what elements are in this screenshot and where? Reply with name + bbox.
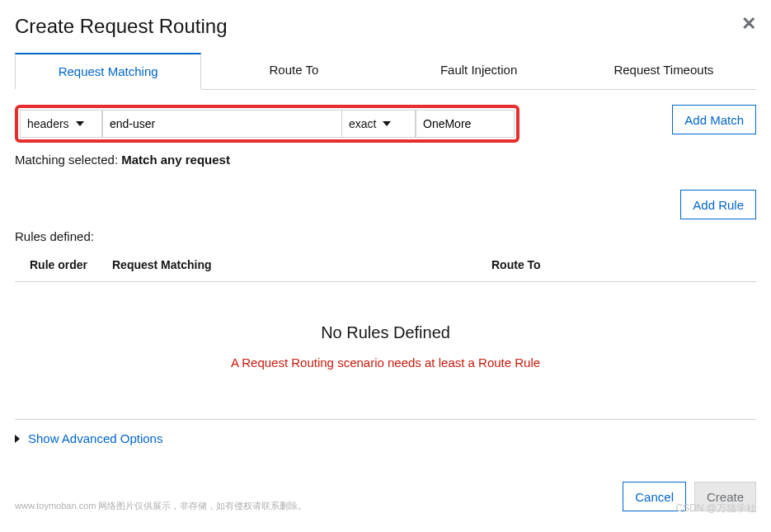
tabs-container: Request Matching Route To Fault Injectio… — [15, 53, 756, 90]
match-key-input[interactable] — [110, 117, 335, 130]
matching-selected-prefix: Matching selected: — [15, 153, 121, 167]
matching-selected-value: Match any request — [121, 153, 230, 167]
rules-table-header: Rule order Request Matching Route To — [15, 248, 756, 282]
match-type-value: headers — [27, 117, 69, 130]
match-key-input-wrap — [102, 110, 341, 138]
advanced-options-label: Show Advanced Options — [28, 431, 162, 445]
match-row: headers exact Add Match — [15, 105, 756, 143]
match-value-input[interactable] — [423, 117, 507, 130]
tab-fault-injection[interactable]: Fault Injection — [387, 53, 571, 89]
match-highlight-box: headers exact — [15, 105, 519, 143]
tab-route-to[interactable]: Route To — [201, 53, 386, 89]
col-header-matching: Request Matching — [112, 258, 491, 271]
match-value-input-wrap — [416, 110, 515, 138]
show-advanced-options[interactable]: Show Advanced Options — [15, 420, 756, 457]
match-operator-value: exact — [349, 117, 376, 130]
tab-request-timeouts[interactable]: Request Timeouts — [571, 53, 756, 89]
modal-title: Create Request Routing — [15, 15, 227, 38]
add-match-button[interactable]: Add Match — [672, 105, 756, 134]
matching-selected-text: Matching selected: Match any request — [15, 153, 756, 167]
match-operator-select[interactable]: exact — [341, 110, 416, 138]
caret-down-icon — [76, 121, 84, 126]
match-type-select[interactable]: headers — [20, 110, 102, 138]
chevron-right-icon — [15, 435, 20, 443]
caret-down-icon — [383, 121, 391, 126]
footer-note: www.toymoban.com 网络图片仅供展示，非存储，如有侵权请联系删除。 — [15, 500, 307, 512]
empty-state: No Rules Defined A Request Routing scena… — [15, 282, 756, 386]
col-header-order: Rule order — [30, 258, 112, 271]
empty-state-title: No Rules Defined — [15, 323, 756, 342]
close-button[interactable]: ✕ — [741, 15, 756, 33]
add-rule-button[interactable]: Add Rule — [680, 190, 756, 219]
watermark-text: CSDN @万猫学社 — [675, 501, 756, 516]
col-header-route: Route To — [491, 258, 756, 271]
create-request-routing-modal: Create Request Routing ✕ Request Matchin… — [0, 0, 771, 520]
tab-request-matching[interactable]: Request Matching — [15, 53, 201, 90]
rules-defined-label: Rules defined: — [15, 229, 756, 243]
empty-state-desc: A Request Routing scenario needs at leas… — [15, 355, 756, 370]
